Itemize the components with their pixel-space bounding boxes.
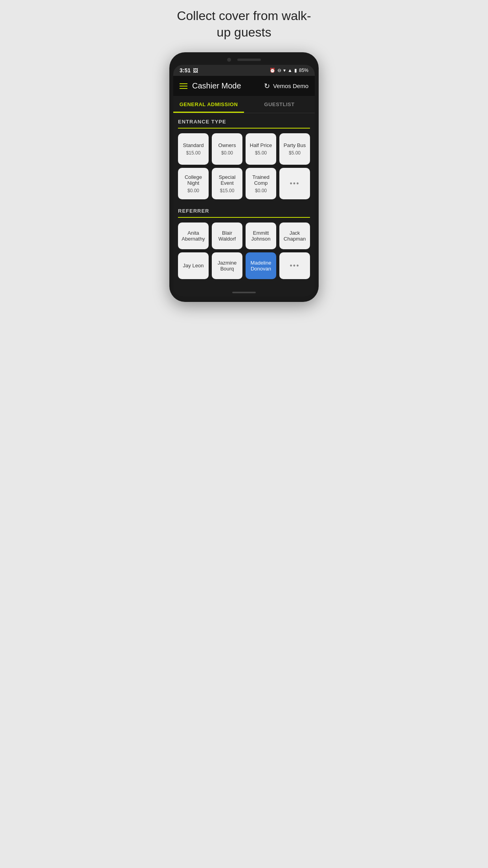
entrance-type-grid-row1: Standard $15.00 Owners $0.00 Half Price …: [178, 133, 310, 165]
camera-dot: [227, 58, 231, 62]
tab-general-admission[interactable]: GENERAL ADMISSION: [173, 96, 244, 113]
entrance-button-special-event[interactable]: Special Event $15.00: [212, 168, 242, 199]
entrance-button-standard[interactable]: Standard $15.00: [178, 133, 209, 165]
hamburger-line-3: [180, 88, 187, 89]
referrer-button-madeline[interactable]: Madeline Donovan: [246, 252, 276, 279]
referrer-grid-row2: Jay Leon Jazmine Bourq Madeline Donovan …: [178, 252, 310, 279]
entrance-button-more[interactable]: •••: [279, 168, 310, 199]
phone-bottom: [173, 289, 315, 296]
entrance-section-divider: [178, 128, 310, 129]
phone-screen: 3:51 🖼 ⏰ ⊖ ▾ ▲ ▮ 85%: [173, 65, 315, 296]
status-left: 3:51 🖼: [180, 67, 198, 74]
status-right: ⏰ ⊖ ▾ ▲ ▮ 85%: [270, 68, 308, 73]
page-headline: Collect cover from walk-up guests: [163, 8, 325, 40]
photo-icon: 🖼: [193, 68, 198, 74]
referrer-button-more[interactable]: •••: [279, 252, 310, 279]
battery-percent: 85%: [299, 68, 308, 73]
status-bar: 3:51 🖼 ⏰ ⊖ ▾ ▲ ▮ 85%: [173, 65, 315, 76]
app-header-right: ↻ Vemos Demo: [264, 82, 308, 90]
wifi-icon: ▾: [283, 68, 286, 73]
venue-name: Vemos Demo: [273, 83, 308, 89]
hamburger-line-2: [180, 86, 187, 86]
speaker-slot: [237, 59, 261, 61]
referrer-button-jack[interactable]: Jack Chapman: [279, 223, 310, 249]
phone-top-bar: [173, 58, 315, 62]
referrer-section-divider: [178, 217, 310, 218]
referrer-label: REFERRER: [178, 202, 310, 217]
menu-icon[interactable]: [180, 83, 187, 89]
entrance-type-grid-row2: College Night $0.00 Special Event $15.00…: [178, 168, 310, 199]
referrer-button-blair[interactable]: Blair Waldorf: [212, 223, 242, 249]
signal-icon: ▲: [288, 68, 292, 73]
entrance-button-half-price[interactable]: Half Price $5.00: [246, 133, 276, 165]
entrance-button-college-night[interactable]: College Night $0.00: [178, 168, 209, 199]
tab-guestlist[interactable]: GUESTLIST: [244, 96, 315, 113]
referrer-button-emmitt[interactable]: Emmitt Johnson: [246, 223, 276, 249]
battery-icon: ▮: [294, 68, 297, 73]
refresh-icon[interactable]: ↻: [264, 82, 270, 90]
tabs-bar: GENERAL ADMISSION GUESTLIST: [173, 96, 315, 113]
alarm-icon: ⏰: [270, 68, 275, 73]
app-header-left: Cashier Mode: [180, 81, 241, 90]
entrance-button-owners[interactable]: Owners $0.00: [212, 133, 242, 165]
app-header: Cashier Mode ↻ Vemos Demo: [173, 76, 315, 96]
status-time: 3:51: [180, 67, 191, 74]
dnd-icon: ⊖: [277, 68, 281, 73]
phone-shell: 3:51 🖼 ⏰ ⊖ ▾ ▲ ▮ 85%: [169, 52, 319, 302]
hamburger-line-1: [180, 83, 187, 84]
referrer-grid-row1: Anita Abernathy Blair Waldorf Emmitt Joh…: [178, 223, 310, 249]
referrer-button-anita[interactable]: Anita Abernathy: [178, 223, 209, 249]
app-content: ENTRANCE TYPE Standard $15.00 Owners $0.…: [173, 113, 315, 289]
referrer-button-jazmine[interactable]: Jazmine Bourq: [212, 252, 242, 279]
referrer-button-jay[interactable]: Jay Leon: [178, 252, 209, 279]
app-title: Cashier Mode: [192, 81, 241, 90]
home-indicator: [232, 292, 256, 293]
entrance-button-trained-comp[interactable]: Trained Comp $0.00: [246, 168, 276, 199]
entrance-button-party-bus[interactable]: Party Bus $5.00: [279, 133, 310, 165]
entrance-type-label: ENTRANCE TYPE: [178, 113, 310, 128]
